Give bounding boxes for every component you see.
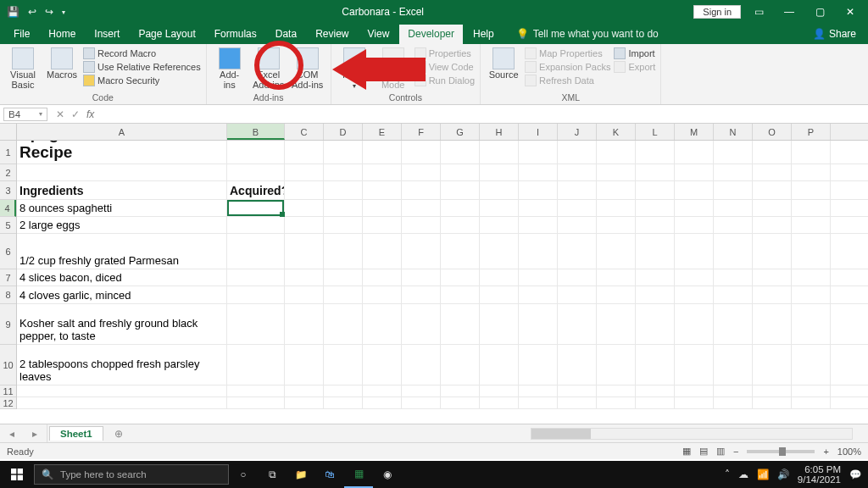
cell-A6[interactable]: 1/2 cup freshly grated Parmesan xyxy=(17,234,227,269)
cell-O7[interactable] xyxy=(753,269,792,286)
task-view-icon[interactable]: ⧉ xyxy=(258,461,287,488)
macro-security-button[interactable]: Macro Security xyxy=(83,75,201,86)
cell-C3[interactable] xyxy=(285,181,324,199)
col-header-F[interactable]: F xyxy=(402,124,441,140)
cell-N12[interactable] xyxy=(714,397,753,408)
cell-L7[interactable] xyxy=(636,269,675,286)
tab-data[interactable]: Data xyxy=(267,25,305,44)
macros-button[interactable]: Macros xyxy=(44,46,80,80)
cell-L8[interactable] xyxy=(636,286,675,303)
xml-export-button[interactable]: Export xyxy=(614,61,655,73)
cell-J1[interactable] xyxy=(558,141,597,164)
cell-D11[interactable] xyxy=(324,385,363,396)
cell-G2[interactable] xyxy=(441,164,480,180)
cell-A4[interactable]: 8 ounces spaghetti xyxy=(17,200,227,216)
redo-icon[interactable]: ↪ xyxy=(45,6,53,18)
cell-F1[interactable] xyxy=(402,141,441,164)
cell-K2[interactable] xyxy=(597,164,636,180)
cell-E8[interactable] xyxy=(363,286,402,303)
run-dialog-button[interactable]: Run Dialog xyxy=(415,75,475,86)
cell-B2[interactable] xyxy=(227,164,285,180)
cell-H3[interactable] xyxy=(480,181,519,199)
tab-help[interactable]: Help xyxy=(465,25,503,44)
cell-J9[interactable] xyxy=(558,304,597,344)
cell-C12[interactable] xyxy=(285,397,324,408)
cell-G4[interactable] xyxy=(441,200,480,216)
cell-P6[interactable] xyxy=(792,234,831,269)
cell-P11[interactable] xyxy=(792,385,831,396)
zoom-slider-thumb[interactable] xyxy=(779,447,786,456)
cell-M12[interactable] xyxy=(675,397,714,408)
addins-button[interactable]: Add- ins xyxy=(212,46,248,90)
cell-C11[interactable] xyxy=(285,385,324,396)
cell-O10[interactable] xyxy=(753,345,792,385)
cell-J12[interactable] xyxy=(558,397,597,408)
cell-F5[interactable] xyxy=(402,217,441,233)
cell-C5[interactable] xyxy=(285,217,324,233)
cell-A7[interactable]: 4 slices bacon, diced xyxy=(17,269,227,286)
cell-E1[interactable] xyxy=(363,141,402,164)
cell-M7[interactable] xyxy=(675,269,714,286)
cell-P1[interactable] xyxy=(792,141,831,164)
row-header-1[interactable]: 1 xyxy=(0,141,16,164)
xml-import-button[interactable]: Import xyxy=(614,47,655,59)
cell-K4[interactable] xyxy=(597,200,636,216)
cell-O1[interactable] xyxy=(753,141,792,164)
cell-N9[interactable] xyxy=(714,304,753,344)
expansion-packs-button[interactable]: Expansion Packs xyxy=(525,61,610,73)
name-box[interactable]: B4 ▾ xyxy=(3,108,47,121)
cell-F9[interactable] xyxy=(402,304,441,344)
cell-P5[interactable] xyxy=(792,217,831,233)
cell-P8[interactable] xyxy=(792,286,831,303)
cell-F4[interactable] xyxy=(402,200,441,216)
cell-D5[interactable] xyxy=(324,217,363,233)
cell-P12[interactable] xyxy=(792,397,831,408)
onedrive-icon[interactable]: ☁ xyxy=(738,469,748,480)
cell-B12[interactable] xyxy=(227,397,285,408)
cell-G6[interactable] xyxy=(441,234,480,269)
cell-K8[interactable] xyxy=(597,286,636,303)
sign-in-button[interactable]: Sign in xyxy=(693,5,741,19)
cell-F3[interactable] xyxy=(402,181,441,199)
cell-M4[interactable] xyxy=(675,200,714,216)
cell-H2[interactable] xyxy=(480,164,519,180)
cell-O3[interactable] xyxy=(753,181,792,199)
save-icon[interactable]: 💾 xyxy=(7,6,19,18)
col-header-H[interactable]: H xyxy=(480,124,519,140)
cell-D10[interactable] xyxy=(324,345,363,385)
col-header-I[interactable]: I xyxy=(519,124,558,140)
cell-K1[interactable] xyxy=(597,141,636,164)
close-icon[interactable]: ✕ xyxy=(837,6,863,18)
worksheet-grid[interactable]: ABCDEFGHIJKLMNOP 123456789101112 Spaghet… xyxy=(0,124,868,424)
cell-B6[interactable] xyxy=(227,234,285,269)
cell-L2[interactable] xyxy=(636,164,675,180)
cell-E4[interactable] xyxy=(363,200,402,216)
row-headers[interactable]: 123456789101112 xyxy=(0,141,17,409)
cell-D9[interactable] xyxy=(324,304,363,344)
sheet-nav-next-icon[interactable]: ▸ xyxy=(32,428,37,440)
row-header-9[interactable]: 9 xyxy=(0,304,16,345)
cortana-icon[interactable]: ○ xyxy=(229,461,258,488)
cell-N1[interactable] xyxy=(714,141,753,164)
cell-H11[interactable] xyxy=(480,385,519,396)
qat-dropdown-icon[interactable]: ▾ xyxy=(62,8,65,16)
cell-F7[interactable] xyxy=(402,269,441,286)
cell-B3[interactable]: Acquired? xyxy=(227,181,285,199)
start-button[interactable] xyxy=(0,461,34,488)
cell-E2[interactable] xyxy=(363,164,402,180)
cell-B11[interactable] xyxy=(227,385,285,396)
cell-A9[interactable]: Kosher salt and freshly ground black pep… xyxy=(17,304,227,344)
cell-G5[interactable] xyxy=(441,217,480,233)
cell-H1[interactable] xyxy=(480,141,519,164)
tab-insert[interactable]: Insert xyxy=(86,25,128,44)
sheet-tab-sheet1[interactable]: Sheet1 xyxy=(49,426,103,441)
select-all-corner[interactable] xyxy=(0,124,17,141)
cancel-formula-icon[interactable]: ✕ xyxy=(56,108,64,120)
cell-J2[interactable] xyxy=(558,164,597,180)
cell-J5[interactable] xyxy=(558,217,597,233)
cell-B10[interactable] xyxy=(227,345,285,385)
properties-button[interactable]: Properties xyxy=(415,47,475,59)
tab-home[interactable]: Home xyxy=(40,25,84,44)
tray-chevron-up-icon[interactable]: ˄ xyxy=(725,469,730,480)
cell-E12[interactable] xyxy=(363,397,402,408)
